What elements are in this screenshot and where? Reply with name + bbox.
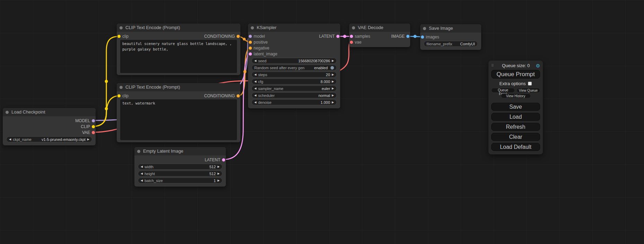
node-vae-decode[interactable]: VAE Decode samples IMAGE vae <box>349 24 410 47</box>
stepper-right-icon[interactable]: ▶ <box>332 73 334 76</box>
widget-width[interactable]: ◀ width 512 ▶ <box>138 164 222 170</box>
collapse-dot-icon[interactable] <box>137 150 140 153</box>
input-dot-samples[interactable] <box>350 35 353 38</box>
stepper-left-icon[interactable]: ◀ <box>141 165 143 168</box>
stepper-right-icon[interactable]: ▶ <box>332 87 334 90</box>
collapse-dot-icon[interactable] <box>120 86 123 89</box>
extra-options-checkbox[interactable] <box>528 82 532 85</box>
stepper-right-icon[interactable]: ▶ <box>218 172 220 175</box>
input-label-images: images <box>426 35 439 39</box>
node-header[interactable]: CLIP Text Encode (Prompt) <box>117 83 240 91</box>
input-dot-images[interactable] <box>421 35 424 38</box>
widget-ckpt-name[interactable]: ◀ ckpt_name v1-5-pruned-emaonly.ckpt ▶ <box>6 136 92 142</box>
widget-cfg[interactable]: ◀ cfg 8.000 ▶ <box>252 79 337 84</box>
stepper-right-icon[interactable]: ▶ <box>218 165 220 168</box>
prompt-textarea[interactable]: beautiful scenery nature glass bottle la… <box>120 40 237 73</box>
stepper-right-icon[interactable]: ▶ <box>332 94 334 97</box>
output-dot-clip[interactable] <box>92 125 95 128</box>
clear-button[interactable]: Clear <box>491 133 540 141</box>
output-dot-latent[interactable] <box>222 158 225 161</box>
widget-scheduler[interactable]: ◀ scheduler normal ▶ <box>252 92 337 98</box>
widget-value: 20 <box>326 73 330 77</box>
output-dot-image[interactable] <box>406 35 409 38</box>
widget-label: steps <box>258 73 267 77</box>
stepper-left-icon[interactable]: ◀ <box>254 60 256 62</box>
node-header[interactable]: CLIP Text Encode (Prompt) <box>117 24 240 32</box>
stepper-left-icon[interactable]: ◀ <box>254 94 256 97</box>
node-header[interactable]: Save Image <box>420 24 481 33</box>
node-header[interactable]: Empty Latent Image <box>134 147 226 155</box>
collapse-dot-icon[interactable] <box>251 26 254 29</box>
node-clip-text-encode-positive[interactable]: CLIP Text Encode (Prompt) clip CONDITION… <box>117 24 240 75</box>
load-default-button[interactable]: Load Default <box>491 143 540 151</box>
input-dot-model[interactable] <box>249 35 252 38</box>
input-dot-negative[interactable] <box>249 46 252 49</box>
stepper-left-icon[interactable]: ◀ <box>254 73 256 76</box>
slot-row: VAE <box>3 129 96 135</box>
node-clip-text-encode-negative[interactable]: CLIP Text Encode (Prompt) clip CONDITION… <box>117 83 240 142</box>
load-button[interactable]: Load <box>491 113 540 121</box>
stepper-right-icon[interactable]: ▶ <box>87 138 89 141</box>
widget-filename-prefix[interactable]: filename_prefix ComfyUI <box>424 41 478 47</box>
input-dot-clip[interactable] <box>117 35 121 38</box>
output-dot-conditioning[interactable] <box>237 35 240 38</box>
collapse-dot-icon[interactable] <box>352 26 355 29</box>
widget-label: seed <box>258 59 266 63</box>
widget-batch-size[interactable]: ◀ batch_size 1 ▶ <box>138 178 222 183</box>
collapse-dot-icon[interactable] <box>423 27 426 30</box>
output-dot-latent[interactable] <box>336 35 339 38</box>
save-button[interactable]: Save <box>491 103 540 111</box>
widget-steps[interactable]: ◀ steps 20 ▶ <box>252 72 337 78</box>
widget-height[interactable]: ◀ height 512 ▶ <box>138 171 222 177</box>
stepper-right-icon[interactable]: ▶ <box>332 80 334 83</box>
toggle-knob[interactable] <box>330 66 334 70</box>
widget-sampler-name[interactable]: ◀ sampler_name euler ▶ <box>252 85 337 91</box>
output-label-conditioning: CONDITIONING <box>204 93 235 98</box>
widget-random-seed-toggle[interactable]: Random seed after every gen enabled <box>252 65 337 71</box>
stepper-right-icon[interactable]: ▶ <box>332 101 334 104</box>
stepper-right-icon[interactable]: ▶ <box>218 179 220 182</box>
input-label-model: model <box>254 34 265 39</box>
widget-denoise[interactable]: ◀ denoise 1.000 ▶ <box>252 99 337 105</box>
widget-seed[interactable]: ◀ seed 156680208700286 ▶ <box>252 58 337 64</box>
stepper-left-icon[interactable]: ◀ <box>254 101 256 104</box>
node-header[interactable]: VAE Decode <box>349 24 410 32</box>
view-queue-button[interactable]: View Queue <box>517 88 540 93</box>
widget-value: 8.000 <box>320 80 330 84</box>
refresh-button[interactable]: Refresh <box>491 123 540 131</box>
node-save-image[interactable]: Save Image images filename_prefix ComfyU… <box>420 24 481 50</box>
widget-label: sampler_name <box>258 87 283 91</box>
stepper-left-icon[interactable]: ◀ <box>141 172 143 175</box>
queue-prompt-button[interactable]: Queue Prompt <box>491 70 540 79</box>
view-history-button[interactable]: View History <box>501 93 531 98</box>
stepper-left-icon[interactable]: ◀ <box>9 138 11 141</box>
input-dot-clip[interactable] <box>117 94 121 97</box>
output-label-model: MODEL <box>75 118 90 123</box>
queue-front-button[interactable]: Queue Front <box>491 88 515 93</box>
output-dot-vae[interactable] <box>92 131 95 134</box>
node-title: VAE Decode <box>358 25 383 30</box>
node-ksampler[interactable]: KSampler model LATENT positive negative … <box>248 24 340 108</box>
input-dot-positive[interactable] <box>249 40 252 44</box>
widget-value: euler <box>321 87 330 91</box>
history-row: View History <box>491 93 540 98</box>
node-header[interactable]: KSampler <box>248 24 340 32</box>
node-title: Load Checkpoint <box>11 109 45 115</box>
stepper-left-icon[interactable]: ◀ <box>254 87 256 90</box>
node-load-checkpoint[interactable]: Load Checkpoint MODEL CLIP VAE ◀ ckpt_na… <box>3 108 96 145</box>
prompt-textarea[interactable]: text, watermark <box>120 99 237 140</box>
output-dot-model[interactable] <box>92 119 95 122</box>
stepper-right-icon[interactable]: ▶ <box>332 60 334 62</box>
collapse-dot-icon[interactable] <box>6 111 9 114</box>
input-dot-vae[interactable] <box>350 40 353 44</box>
drag-handle-icon[interactable]: ⠿ <box>491 64 496 67</box>
stepper-left-icon[interactable]: ◀ <box>254 80 256 83</box>
node-header[interactable]: Load Checkpoint <box>3 108 96 116</box>
input-dot-latent-image[interactable] <box>249 52 252 55</box>
collapse-dot-icon[interactable] <box>120 26 123 29</box>
node-empty-latent-image[interactable]: Empty Latent Image LATENT ◀ width 512 ▶ … <box>134 147 226 187</box>
widget-label: ckpt_name <box>13 137 32 142</box>
stepper-left-icon[interactable]: ◀ <box>141 179 143 182</box>
output-dot-conditioning[interactable] <box>237 94 240 97</box>
settings-gear-icon[interactable]: ⚙ <box>536 63 540 68</box>
